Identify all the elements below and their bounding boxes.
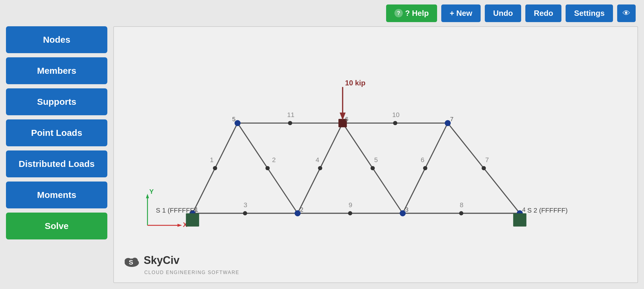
svg-text:4: 4 (522, 206, 525, 213)
svg-text:S 1 (FFFFFF): S 1 (FFFFFF) (156, 207, 196, 214)
svg-text:3: 3 (405, 206, 408, 213)
svg-point-24 (423, 166, 427, 170)
eye-icon: 👁 (623, 9, 630, 18)
members-button[interactable]: Members (6, 57, 107, 84)
svg-text:Y: Y (149, 188, 154, 195)
point-loads-button[interactable]: Point Loads (6, 119, 107, 146)
main-content: Nodes Members Supports Point Loads Distr… (0, 26, 644, 289)
distributed-loads-button[interactable]: Distributed Loads (6, 150, 107, 177)
svg-text:7: 7 (485, 156, 489, 164)
svg-text:4: 4 (316, 156, 319, 164)
settings-button[interactable]: Settings (566, 4, 613, 22)
help-label: ? Help (405, 9, 429, 18)
svg-text:1: 1 (210, 156, 213, 164)
svg-rect-53 (186, 213, 199, 226)
solve-button[interactable]: Solve (6, 213, 107, 239)
svg-text:9: 9 (349, 201, 352, 209)
skyciv-name: SkyCiv (144, 254, 179, 267)
svg-text:7: 7 (450, 116, 453, 122)
svg-text:S 2 (FFFFFF): S 2 (FFFFFF) (527, 207, 568, 214)
redo-button[interactable]: Redo (525, 4, 561, 22)
help-button[interactable]: ? ? Help (386, 4, 437, 22)
svg-point-51 (445, 120, 451, 126)
svg-point-18 (265, 166, 270, 170)
svg-rect-55 (513, 213, 526, 226)
svg-text:8: 8 (460, 201, 463, 209)
svg-text:S: S (129, 259, 133, 266)
nodes-button[interactable]: Nodes (6, 26, 107, 53)
svg-point-27 (348, 211, 352, 215)
supports-button[interactable]: Supports (6, 88, 107, 115)
svg-point-41 (295, 210, 301, 216)
svg-point-25 (482, 166, 486, 170)
svg-point-20 (318, 166, 322, 170)
svg-point-23 (393, 121, 397, 125)
new-button[interactable]: + New (441, 4, 481, 22)
svg-point-26 (459, 211, 463, 215)
skyciv-logo: S SkyCiv CLOUD ENGINEERING SOFTWARE (123, 251, 239, 275)
svg-point-43 (400, 210, 406, 216)
canvas-area[interactable]: Y X (113, 26, 638, 283)
moments-button[interactable]: Moments (6, 182, 107, 208)
svg-text:10 kip: 10 kip (345, 79, 365, 87)
eye-button[interactable]: 👁 (617, 4, 636, 22)
svg-text:2: 2 (300, 206, 303, 213)
svg-marker-1 (146, 194, 149, 198)
svg-point-21 (371, 166, 375, 170)
svg-point-22 (288, 121, 292, 125)
svg-text:3: 3 (244, 201, 247, 209)
svg-text:10: 10 (392, 111, 400, 119)
svg-marker-4 (177, 224, 182, 227)
svg-text:2: 2 (272, 156, 276, 164)
sidebar: Nodes Members Supports Point Loads Distr… (6, 26, 113, 283)
undo-button[interactable]: Undo (485, 4, 521, 22)
svg-text:6: 6 (345, 116, 348, 122)
question-icon: ? (394, 9, 403, 17)
svg-point-17 (213, 166, 217, 170)
skyciv-icon: S (123, 251, 141, 269)
svg-text:5: 5 (374, 156, 378, 164)
truss-diagram: Y X (114, 27, 637, 282)
svg-text:6: 6 (421, 156, 424, 164)
skyciv-sub: CLOUD ENGINEERING SOFTWARE (123, 270, 239, 275)
svg-text:5: 5 (232, 116, 236, 122)
svg-point-19 (243, 211, 247, 215)
svg-text:11: 11 (287, 111, 295, 119)
topbar: ? ? Help + New Undo Redo Settings 👁 (0, 0, 644, 26)
